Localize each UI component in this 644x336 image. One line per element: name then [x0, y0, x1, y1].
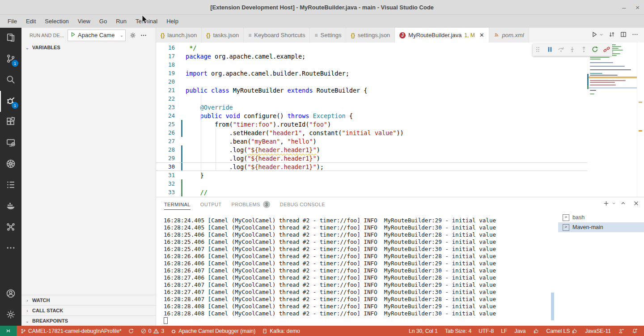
gutter[interactable]: 27 — [156, 137, 186, 145]
start-debug-icon[interactable] — [70, 31, 76, 39]
close-icon[interactable] — [633, 200, 640, 208]
watch-section-header[interactable]: › WATCH — [21, 295, 156, 305]
close-button[interactable]: × — [636, 4, 640, 11]
activity-more-views[interactable] — [0, 238, 21, 259]
status-camel-ls[interactable]: Camel LS — [544, 326, 581, 336]
status-notifications[interactable] — [629, 326, 640, 336]
gutter[interactable]: 32 — [156, 179, 186, 188]
gutter[interactable]: 18 — [156, 60, 186, 69]
remote-indicator[interactable] — [0, 326, 17, 336]
gear-icon[interactable] — [129, 32, 136, 39]
menu-edit[interactable]: Edit — [22, 16, 40, 26]
menu-go[interactable]: Go — [95, 16, 111, 26]
gutter[interactable]: 24 — [156, 111, 186, 120]
activity-explorer[interactable] — [0, 28, 21, 49]
gutter[interactable]: 23 — [156, 103, 186, 111]
menu-selection[interactable]: Selection — [41, 16, 72, 26]
activity-remote-explorer[interactable] — [0, 133, 21, 154]
call-stack-section-header[interactable]: › CALL STACK — [21, 305, 156, 315]
status-branch[interactable]: CAMEL-17821-camel-debugInAProfile* — [17, 326, 124, 336]
panel-tab-debug-console[interactable]: DEBUG CONSOLE — [280, 199, 325, 209]
drag-handle-button[interactable] — [534, 45, 543, 55]
more-actions-icon[interactable] — [140, 32, 147, 39]
status-sync[interactable] — [125, 326, 137, 336]
activity-accounts[interactable] — [0, 284, 21, 305]
activity-cluster[interactable] — [0, 217, 21, 238]
status-java-language-status[interactable] — [530, 326, 542, 336]
chevron-up-icon[interactable] — [620, 200, 627, 208]
terminal-session-bash[interactable]: >bash — [558, 213, 644, 222]
status-feedback[interactable] — [615, 326, 627, 336]
status-kafka[interactable]: Kafka: demo — [259, 326, 302, 336]
gutter[interactable]: 33 — [156, 188, 186, 196]
launch-configuration-dropdown[interactable]: Apache Came ⌄ — [68, 30, 126, 41]
activity-kubernetes[interactable] — [0, 154, 21, 175]
chevron-down-icon[interactable] — [611, 200, 616, 208]
terminal[interactable]: 16:28:24.405 [Camel (MyCoolCamel) thread… — [156, 211, 558, 326]
more-icon[interactable] — [631, 31, 639, 39]
chevron-down-icon[interactable] — [599, 32, 604, 38]
gutter[interactable]: 28 — [156, 145, 186, 154]
plus-icon[interactable] — [603, 200, 610, 208]
breakpoints-section-header[interactable]: ⌄ BREAKPOINTS — [21, 315, 156, 326]
status-language-mode[interactable]: Java — [512, 326, 528, 336]
gutter[interactable]: 17 — [156, 52, 186, 60]
step-over-button[interactable] — [556, 45, 566, 55]
terminal-session-maven-main[interactable]: >Maven-main — [558, 222, 644, 232]
swap-vertical-icon[interactable] — [608, 31, 615, 39]
status-encoding[interactable]: UTF-8 — [476, 326, 496, 336]
code-editor[interactable]: 16 */17package org.apache.camel.example;… — [156, 43, 644, 197]
panel-tab-problems[interactable]: PROBLEMS3 — [231, 198, 270, 210]
status-cursor-position[interactable]: Ln 30, Col 1 — [406, 326, 441, 336]
menu-file[interactable]: File — [4, 16, 21, 26]
tab-tasks.json[interactable]: {}tasks.json — [202, 28, 244, 43]
restart-button[interactable] — [590, 45, 600, 55]
gutter[interactable]: 26 — [156, 128, 186, 137]
status-problems[interactable]: 03 — [138, 326, 167, 336]
panel-tab-output[interactable]: OUTPUT — [200, 199, 222, 209]
minimap[interactable] — [587, 43, 637, 197]
activity-source-control[interactable]: 1 — [0, 49, 21, 70]
status-camel-debugger[interactable]: Apache Camel Debugger (main) — [168, 326, 258, 336]
activity-extensions[interactable] — [0, 112, 21, 133]
status-indentation[interactable]: Tab Size: 4 — [442, 326, 474, 336]
run-icon[interactable] — [591, 31, 598, 39]
gutter[interactable]: 16 — [156, 43, 186, 52]
step-out-button[interactable] — [579, 45, 589, 55]
gutter[interactable]: 31 — [156, 171, 186, 179]
menu-view[interactable]: View — [74, 16, 94, 26]
tab-launch.json[interactable]: {}launch.json — [156, 28, 202, 43]
gutter[interactable]: 25 — [156, 120, 186, 128]
gutter[interactable]: 22 — [156, 94, 186, 103]
close-icon[interactable]: ✕ — [479, 32, 484, 38]
activity-search[interactable] — [0, 70, 21, 91]
terminal-scrollbar[interactable] — [551, 293, 554, 320]
disconnect-button[interactable] — [602, 45, 611, 55]
tab-Keyboard Shortcuts[interactable]: ≡Keyboard Shortcuts — [244, 28, 310, 43]
activity-test-list[interactable] — [0, 175, 21, 196]
step-into-button[interactable] — [568, 45, 577, 55]
gutter[interactable]: 19 — [156, 69, 186, 77]
overview-ruler[interactable] — [637, 43, 644, 197]
minimize-button[interactable]: – — [622, 4, 626, 11]
menu-run[interactable]: Run — [112, 16, 131, 26]
menu-help[interactable]: Help — [162, 16, 182, 26]
tab-Settings[interactable]: ≡Settings — [310, 28, 346, 43]
tab-MyRouteBuilder.java[interactable]: JMyRouteBuilder.java1, M✕ — [395, 28, 489, 43]
panel-tab-terminal[interactable]: TERMINAL — [164, 199, 191, 210]
pause-button[interactable] — [545, 45, 555, 55]
tab-pom.xml[interactable]: pom.xml — [489, 28, 529, 43]
variables-section-header[interactable]: ⌄ VARIABLES — [21, 43, 156, 52]
split-editor-icon[interactable] — [620, 31, 627, 39]
activity-run-and-debug[interactable]: 1 — [0, 91, 21, 112]
tab-settings.json[interactable]: {}settings.json — [346, 28, 395, 43]
status-jdk[interactable]: JavaSE-11 — [582, 326, 614, 336]
activity-docker[interactable] — [0, 196, 21, 217]
chevron-down-icon[interactable]: ⌄ — [120, 33, 123, 38]
gutter[interactable]: 21 — [156, 86, 186, 94]
activity-settings[interactable] — [0, 305, 21, 326]
status-eol[interactable]: LF — [498, 326, 510, 336]
gutter[interactable]: 30 — [156, 163, 186, 170]
menu-terminal[interactable]: Terminal — [131, 16, 161, 26]
gutter[interactable]: 20 — [156, 77, 186, 86]
